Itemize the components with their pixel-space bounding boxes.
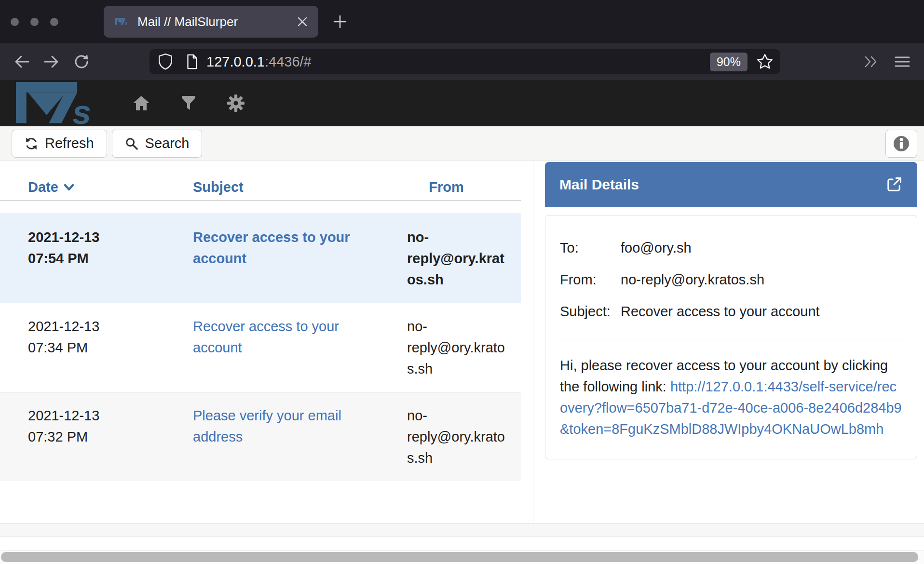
email-row[interactable]: 2021-12-13 07:32 PM Please verify your e… (0, 392, 521, 481)
email-subject-link[interactable]: Please verify your email address (193, 408, 341, 444)
window-dot-icon[interactable] (11, 18, 19, 26)
back-arrow-icon (13, 54, 31, 70)
search-label: Search (145, 135, 190, 151)
shield-icon[interactable] (157, 53, 174, 70)
email-date: 2021-12-13 07:54 PM (0, 227, 159, 290)
card-divider (560, 340, 902, 340)
window-controls[interactable] (11, 18, 58, 26)
field-label: To: (560, 237, 621, 258)
page-icon[interactable] (184, 53, 200, 70)
tab-title: Mail // MailSlurper (137, 14, 291, 29)
url-host: 127.0.0.1 (206, 54, 265, 69)
home-button[interactable] (129, 91, 153, 115)
funnel-icon (180, 94, 197, 112)
email-from: no-reply@ory.kratos.sh (371, 227, 521, 290)
date-column-label: Date (28, 179, 58, 195)
plus-icon (332, 13, 348, 30)
field-value: Recover access to your account (621, 301, 902, 322)
horizontal-scrollbar[interactable] (0, 551, 924, 564)
reload-icon (72, 53, 91, 71)
mail-details-card: To: foo@ory.sh From: no-reply@ory.kratos… (545, 215, 917, 459)
info-button[interactable] (885, 130, 917, 158)
footer-strip (0, 537, 924, 551)
email-date: 2021-12-13 07:34 PM (0, 316, 159, 379)
email-from: no-reply@ory.kratos.sh (371, 405, 521, 469)
bookmark-star-icon[interactable] (756, 53, 774, 70)
field-value: no-reply@ory.kratos.sh (621, 269, 902, 290)
search-icon (125, 137, 138, 150)
svg-text:s: s (124, 20, 127, 26)
url-text[interactable]: 127.0.0.1:4436/# (206, 54, 710, 70)
mailslurper-logo: s (12, 82, 109, 126)
mail-details-header: Mail Details (545, 162, 917, 207)
mail-details-panel: Mail Details To: foo@ory.sh From: no-rep… (533, 161, 924, 523)
email-from: no-reply@ory.kratos.sh (371, 316, 521, 379)
mail-body: Hi, please recover access to your accoun… (560, 355, 902, 440)
new-tab-button[interactable] (332, 13, 348, 30)
footer-band (0, 524, 924, 537)
email-subject-link[interactable]: Recover access to your account (193, 319, 339, 355)
info-icon (892, 134, 910, 153)
window-dot-icon[interactable] (50, 18, 58, 26)
field-subject: Subject: Recover access to your account (560, 295, 902, 327)
sort-chevron-down-icon (63, 183, 75, 192)
browser-navbar: 127.0.0.1:4436/# 90% (0, 43, 924, 80)
column-header-from[interactable]: From (371, 179, 521, 195)
tab-close-icon[interactable] (296, 15, 309, 28)
list-spacer (0, 201, 533, 214)
field-value: foo@ory.sh (621, 237, 902, 258)
tab-favicon: s (115, 16, 130, 27)
field-label: Subject: (560, 301, 621, 322)
home-icon (132, 94, 151, 112)
back-button[interactable] (7, 47, 37, 76)
email-list-panel: Date Subject From 2021-12-13 07:54 PM Re… (0, 161, 533, 523)
filter-button[interactable] (177, 91, 201, 115)
refresh-button[interactable]: Refresh (12, 130, 107, 158)
app-toolbar: Refresh Search (0, 126, 924, 161)
field-label: From: (560, 269, 621, 290)
forward-button[interactable] (37, 47, 67, 76)
email-row[interactable]: 2021-12-13 07:34 PM Recover access to yo… (0, 303, 521, 392)
url-port-path: :4436/# (265, 54, 312, 69)
email-row[interactable]: 2021-12-13 07:54 PM Recover access to yo… (0, 214, 521, 303)
email-date: 2021-12-13 07:32 PM (0, 405, 159, 469)
open-external-icon[interactable] (885, 176, 903, 193)
refresh-icon (25, 137, 38, 150)
field-from: From: no-reply@ory.kratos.sh (560, 264, 902, 295)
refresh-label: Refresh (45, 135, 94, 151)
email-list-header: Date Subject From (0, 161, 521, 201)
main-content: Date Subject From 2021-12-13 07:54 PM Re… (0, 161, 924, 524)
column-header-date[interactable]: Date (0, 179, 159, 195)
settings-button[interactable] (224, 91, 248, 115)
field-to: To: foo@ory.sh (560, 232, 902, 264)
column-header-subject[interactable]: Subject (159, 179, 371, 195)
url-bar[interactable]: 127.0.0.1:4436/# 90% (149, 49, 780, 74)
browser-tab[interactable]: s Mail // MailSlurper (104, 6, 318, 38)
zoom-level-badge[interactable]: 90% (710, 53, 747, 71)
search-button[interactable]: Search (112, 130, 203, 158)
svg-text:s: s (72, 93, 91, 126)
menu-hamburger-icon[interactable] (894, 55, 910, 68)
browser-tab-bar: s Mail // MailSlurper (0, 0, 924, 43)
overflow-chevrons-icon[interactable] (863, 54, 881, 69)
window-dot-icon[interactable] (30, 18, 39, 26)
email-subject-link[interactable]: Recover access to your account (193, 229, 350, 266)
app-header: s (0, 80, 924, 126)
reload-button[interactable] (67, 47, 96, 76)
scrollbar-thumb[interactable] (1, 552, 918, 562)
mail-details-title: Mail Details (559, 176, 885, 193)
gear-icon (226, 94, 245, 113)
forward-arrow-icon (42, 54, 61, 70)
